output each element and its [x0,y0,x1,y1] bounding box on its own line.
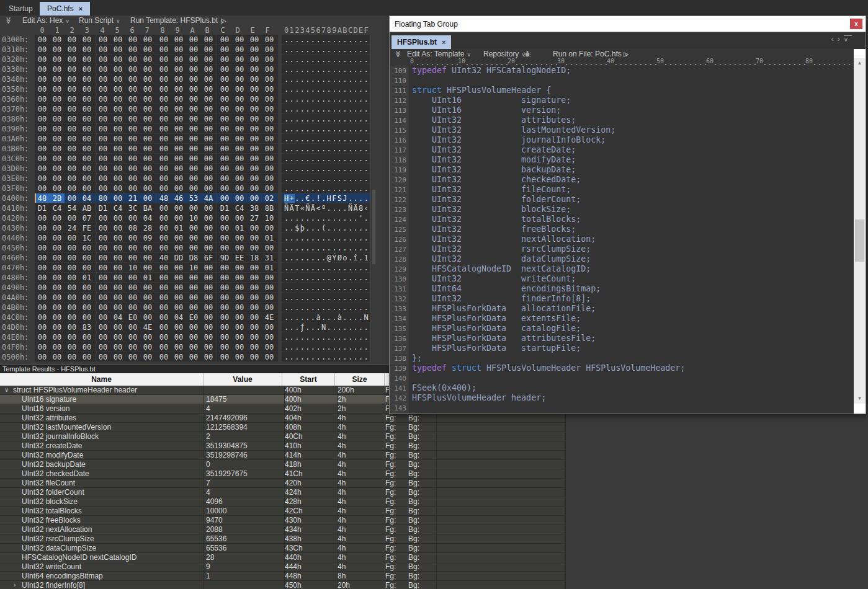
hex-byte[interactable]: 00 [79,114,94,123]
hex-byte[interactable]: 00 [262,104,277,113]
hex-byte[interactable]: 00 [50,322,65,332]
hex-byte[interactable]: 00 [79,243,94,252]
code-line[interactable]: 110 [390,76,855,86]
hex-byte[interactable]: 00 [232,193,247,203]
hex-row[interactable]: 03C0h:00000000000000000000000000000000..… [0,154,388,164]
hex-row[interactable]: 0480h:00000001000000010000000000000000..… [0,273,388,283]
hex-byte[interactable]: 00 [140,253,155,262]
hex-byte[interactable]: 00 [171,293,186,302]
hex-byte[interactable]: 00 [217,263,232,272]
hex-byte[interactable]: 00 [201,312,216,322]
hex-byte[interactable]: 00 [140,243,155,252]
hex-byte[interactable]: 00 [50,104,65,113]
hex-byte[interactable]: 00 [201,94,216,104]
result-row[interactable]: UInt32 createDate3519304875410h4hFg:Bg: [0,441,565,451]
code-line[interactable]: 127 UInt32 rsrcClumpSize; [390,244,855,254]
hex-byte[interactable]: 00 [65,84,79,94]
hex-byte[interactable]: 00 [35,64,50,74]
code-line[interactable]: 116 UInt32 journalInfoBlock; [390,135,855,145]
hex-byte[interactable]: 00 [35,273,50,282]
hex-byte[interactable]: 00 [65,303,79,312]
hex-byte[interactable]: 00 [125,55,140,64]
hex-row[interactable]: 0400h:482B0004800021004846534A00000002H+… [0,193,388,203]
hex-byte[interactable]: 00 [125,154,140,163]
hex-byte[interactable]: 00 [232,263,247,272]
hex-row[interactable]: 0440h:0000001C000000090000000000000001..… [0,233,388,243]
hex-byte[interactable]: 10 [186,213,201,223]
code-line[interactable]: 137 HFSPlusForkData startupFile; [390,343,855,353]
hex-byte[interactable]: 00 [156,293,171,302]
hex-row[interactable]: 03A0h:00000000000000000000000000000000..… [0,134,388,144]
hex-byte[interactable]: 00 [140,342,155,352]
hex-byte[interactable]: 46 [171,193,186,203]
ascii-text[interactable]: ................ [282,84,370,94]
results-column-header[interactable]: Value [204,373,282,386]
hex-byte[interactable]: 00 [186,164,201,173]
hex-byte[interactable]: 00 [79,144,94,153]
hex-byte[interactable]: 18 [247,253,262,262]
hex-byte[interactable]: 00 [65,154,79,163]
hex-byte[interactable]: 00 [186,283,201,292]
hex-byte[interactable]: 04 [140,213,155,223]
code-line[interactable]: 143 [390,403,855,413]
hex-row[interactable]: 0460h:000000000000000040DDD86F9DEE1831..… [0,253,388,263]
ascii-text[interactable]: ................ [282,124,370,134]
hex-byte[interactable]: 00 [171,283,186,292]
hex-byte[interactable]: 10 [125,263,140,272]
ascii-text[interactable]: ................ [282,94,370,104]
hex-byte[interactable]: 00 [262,342,277,352]
result-row[interactable]: HFSCatalogNodeID nextCatalogID28440h4hFg… [0,553,565,562]
hex-byte[interactable]: 00 [125,174,140,183]
hex-byte[interactable]: 00 [156,124,171,133]
hex-byte[interactable]: 00 [171,154,186,163]
hex-byte[interactable]: 00 [232,243,247,252]
hex-byte[interactable]: 00 [201,74,216,84]
hex-byte[interactable]: 00 [140,293,155,302]
code-line[interactable]: 109typedef UInt32 HFSCatalogNodeID; [390,66,855,76]
hex-byte[interactable]: 00 [79,164,94,173]
hex-row[interactable]: 0300h:00000000000000000000000000000000..… [0,35,388,45]
hex-byte[interactable]: 00 [65,74,79,84]
hex-byte[interactable]: 00 [217,283,232,292]
result-row[interactable]: UInt32 modifyDate3519298746414h4hFg:Bg: [0,451,565,460]
hex-byte[interactable]: 00 [125,84,140,94]
hex-byte[interactable]: 00 [232,184,247,193]
hex-byte[interactable]: 00 [232,84,247,94]
hex-byte[interactable]: 00 [201,342,216,352]
hex-byte[interactable]: 00 [156,233,171,242]
hex-byte[interactable]: 00 [156,283,171,292]
ascii-text[interactable]: ...ƒ...N........ [282,322,370,332]
result-row[interactable]: UInt32 lastMountedVersion1212568394408h4… [0,423,565,432]
hex-byte[interactable]: 00 [262,283,277,292]
hex-byte[interactable]: 00 [35,94,50,104]
hex-byte[interactable]: 00 [65,273,79,282]
hex-byte[interactable]: 00 [247,64,262,74]
hex-byte[interactable]: 00 [171,114,186,123]
hex-byte[interactable]: 00 [262,64,277,74]
hex-byte[interactable]: 00 [140,184,155,193]
hex-byte[interactable]: 00 [110,144,125,153]
hex-byte[interactable]: 00 [262,223,277,232]
hex-byte[interactable]: 00 [262,84,277,94]
hex-byte[interactable]: 00 [217,124,232,133]
hex-byte[interactable]: 00 [96,332,110,342]
hex-byte[interactable]: 00 [110,94,125,104]
ascii-text[interactable]: ................ [282,332,370,342]
ascii-text[interactable]: ........@ÝØo.î.1 [282,253,370,263]
hex-byte[interactable]: 00 [96,213,110,223]
hex-byte[interactable]: 00 [79,64,94,74]
hex-byte[interactable]: 00 [65,134,79,143]
hex-byte[interactable]: 00 [50,283,65,292]
code-line[interactable]: 126 UInt32 nextAllocation; [390,234,855,244]
hex-byte[interactable]: 00 [35,253,50,262]
hex-byte[interactable]: 00 [50,253,65,262]
hex-byte[interactable]: 00 [65,94,79,104]
hex-row[interactable]: 04D0h:000000830000004E0000000000000000..… [0,322,388,332]
hex-row[interactable]: 0370h:00000000000000000000000000000000..… [0,104,388,114]
hex-byte[interactable]: 00 [217,243,232,252]
ascii-text[interactable]: ................ [282,164,370,174]
code-line[interactable]: 122 UInt32 folderCount; [390,195,855,205]
hex-byte[interactable]: 00 [140,144,155,153]
hex-row[interactable]: 04E0h:00000000000000000000000000000000..… [0,332,388,342]
hex-byte[interactable]: 00 [247,84,262,94]
